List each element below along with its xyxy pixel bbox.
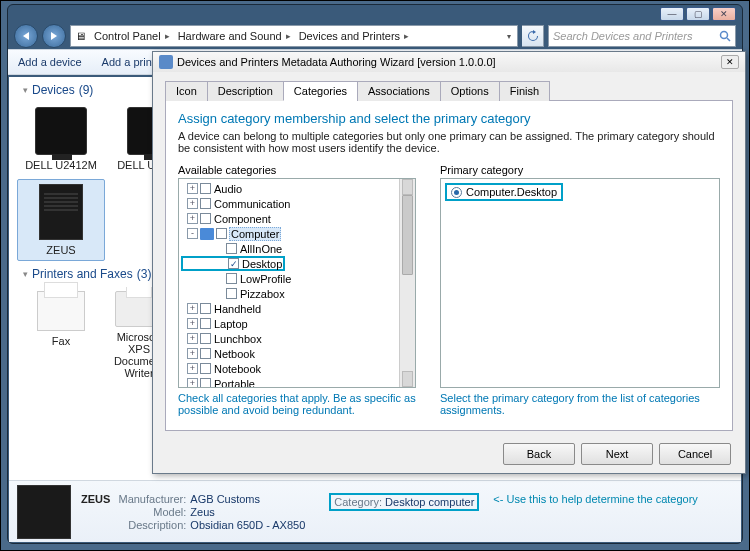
- tree-label: Netbook: [213, 348, 256, 360]
- close-button[interactable]: ✕: [712, 7, 736, 21]
- tree-label: Audio: [213, 183, 243, 195]
- tab-strip: Icon Description Categories Associations…: [165, 80, 733, 101]
- checkbox[interactable]: [200, 348, 211, 359]
- tab-associations[interactable]: Associations: [357, 81, 441, 101]
- tab-categories[interactable]: Categories: [283, 81, 358, 101]
- tree-node[interactable]: ✓Desktop: [181, 256, 285, 271]
- tree-label: LowProfile: [239, 273, 292, 285]
- panel-heading: Assign category membership and select th…: [178, 111, 720, 126]
- checkbox[interactable]: [216, 228, 227, 239]
- tree-node[interactable]: +Netbook: [181, 346, 413, 361]
- tree-label: Lunchbox: [213, 333, 263, 345]
- expand-icon[interactable]: -: [187, 228, 198, 239]
- tab-options[interactable]: Options: [440, 81, 500, 101]
- breadcrumb[interactable]: Control Panel: [90, 30, 174, 42]
- checkbox[interactable]: [200, 333, 211, 344]
- tree-label: Notebook: [213, 363, 262, 375]
- fax-icon: [37, 291, 85, 331]
- checkbox[interactable]: [226, 273, 237, 284]
- checkbox[interactable]: [200, 318, 211, 329]
- metadata-wizard-dialog: Devices and Printers Metadata Authoring …: [152, 51, 746, 474]
- tree-node[interactable]: Pizzabox: [181, 286, 413, 301]
- expand-icon[interactable]: +: [187, 333, 198, 344]
- monitor-icon: [35, 107, 87, 155]
- checkbox[interactable]: [200, 363, 211, 374]
- tree-node[interactable]: +Lunchbox: [181, 331, 413, 346]
- breadcrumb[interactable]: Devices and Printers: [295, 30, 414, 42]
- tree-node[interactable]: +Component: [181, 211, 413, 226]
- address-bar[interactable]: 🖥 Control Panel Hardware and Sound Devic…: [70, 25, 518, 47]
- expand-icon[interactable]: +: [187, 363, 198, 374]
- search-icon: [719, 30, 731, 42]
- dialog-title: Devices and Printers Metadata Authoring …: [177, 56, 496, 68]
- checkbox[interactable]: [200, 183, 211, 194]
- dialog-titlebar[interactable]: Devices and Printers Metadata Authoring …: [153, 52, 745, 72]
- checkbox[interactable]: [200, 198, 211, 209]
- primary-category-option[interactable]: Computer.Desktop: [445, 183, 563, 201]
- panel-subheading: A device can belong to multiple categori…: [178, 130, 720, 154]
- device-item[interactable]: DELL U2412M: [17, 103, 105, 175]
- next-button[interactable]: Next: [581, 443, 653, 465]
- tree-node[interactable]: AllInOne: [181, 241, 413, 256]
- tree-node[interactable]: +Notebook: [181, 361, 413, 376]
- tree-node[interactable]: +Laptop: [181, 316, 413, 331]
- tree-label: Handheld: [213, 303, 262, 315]
- expand-icon[interactable]: +: [187, 183, 198, 194]
- back-button[interactable]: Back: [503, 443, 575, 465]
- minimize-button[interactable]: —: [660, 7, 684, 21]
- checkbox[interactable]: [226, 243, 237, 254]
- svg-line-1: [727, 38, 730, 41]
- expand-icon[interactable]: +: [187, 198, 198, 209]
- expand-icon[interactable]: +: [187, 378, 198, 388]
- primary-footnote: Select the primary category from the lis…: [440, 392, 720, 416]
- tree-node[interactable]: -Computer: [181, 226, 413, 241]
- checkbox[interactable]: [200, 213, 211, 224]
- add-device-button[interactable]: Add a device: [8, 50, 92, 74]
- category-highlight: Category: Desktop computer: [329, 493, 479, 511]
- expand-icon[interactable]: +: [187, 303, 198, 314]
- maximize-button[interactable]: ▢: [686, 7, 710, 21]
- checkbox[interactable]: [200, 378, 211, 388]
- radio-selected-icon: [451, 187, 462, 198]
- nav-forward-button[interactable]: [42, 24, 66, 48]
- app-icon: [159, 55, 173, 69]
- primary-category-label: Primary category: [440, 164, 720, 176]
- checkbox[interactable]: [200, 303, 211, 314]
- scroll-thumb[interactable]: [402, 195, 413, 275]
- window-titlebar: — ▢ ✕: [8, 5, 742, 23]
- tree-label: Desktop: [241, 258, 283, 270]
- device-item-selected[interactable]: ZEUS: [17, 179, 105, 261]
- computer-tower-icon: [39, 184, 83, 240]
- checkbox[interactable]: [226, 288, 237, 299]
- search-input[interactable]: Search Devices and Printers: [548, 25, 736, 47]
- tree-label: Communication: [213, 198, 291, 210]
- cancel-button[interactable]: Cancel: [659, 443, 731, 465]
- tree-node[interactable]: +Handheld: [181, 301, 413, 316]
- primary-category-list: Computer.Desktop: [440, 178, 720, 388]
- details-pane: ZEUS Manufacturer:AGB Customs Model:Zeus…: [9, 480, 741, 542]
- checkbox[interactable]: ✓: [228, 258, 239, 269]
- expand-icon[interactable]: +: [187, 318, 198, 329]
- expand-icon[interactable]: +: [187, 213, 198, 224]
- tab-icon[interactable]: Icon: [165, 81, 208, 101]
- tab-description[interactable]: Description: [207, 81, 284, 101]
- tree-node[interactable]: LowProfile: [181, 271, 413, 286]
- tree-footnote: Check all categories that apply. Be as s…: [178, 392, 416, 416]
- refresh-button[interactable]: [522, 25, 544, 47]
- tree-label: Pizzabox: [239, 288, 286, 300]
- tab-finish[interactable]: Finish: [499, 81, 550, 101]
- tree-label: Laptop: [213, 318, 249, 330]
- tree-node[interactable]: +Portable: [181, 376, 413, 388]
- breadcrumb[interactable]: Hardware and Sound: [174, 30, 295, 42]
- tab-panel: Assign category membership and select th…: [165, 101, 733, 431]
- tree-node[interactable]: +Communication: [181, 196, 413, 211]
- tree-label: Computer: [229, 227, 281, 241]
- nav-back-button[interactable]: [14, 24, 38, 48]
- tree-label: Portable: [213, 378, 256, 389]
- printer-item[interactable]: Fax: [17, 287, 105, 383]
- scrollbar[interactable]: [399, 179, 415, 387]
- expand-icon[interactable]: +: [187, 348, 198, 359]
- dialog-close-button[interactable]: ✕: [721, 55, 739, 69]
- category-tree[interactable]: +Audio+Communication+Component-ComputerA…: [178, 178, 416, 388]
- tree-node[interactable]: +Audio: [181, 181, 413, 196]
